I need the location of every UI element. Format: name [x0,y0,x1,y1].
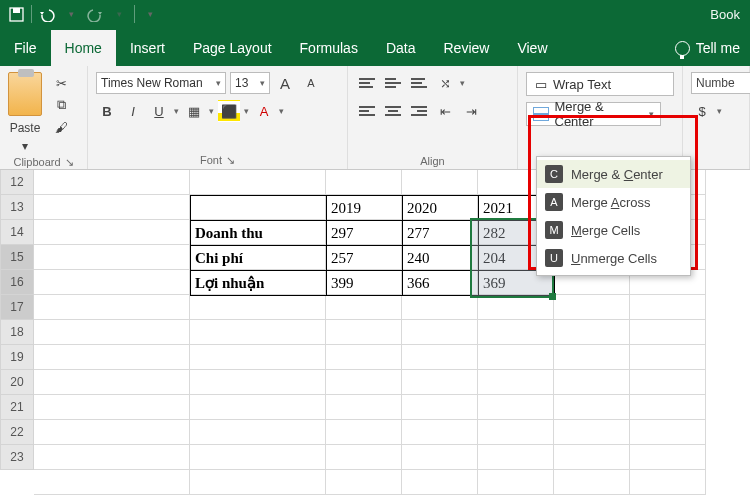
row-header[interactable]: 21 [0,395,34,420]
tab-insert[interactable]: Insert [116,30,179,66]
align-group-label: Align [420,155,444,167]
clipboard-launcher[interactable]: ↘ [65,156,74,169]
menu-unmerge-cells[interactable]: UUnmerge Cells [537,244,690,272]
copy-icon[interactable]: ⧉ [50,94,72,116]
tab-home[interactable]: Home [51,30,116,66]
fill-handle[interactable] [549,293,556,300]
align-top-icon[interactable] [356,72,378,94]
undo-dropdown[interactable]: ▾ [59,2,83,26]
font-size-select[interactable]: 13▾ [230,72,270,94]
cell[interactable]: 2019 [327,196,403,221]
kbd-hint: M [545,221,563,239]
font-group-label: Font [200,154,222,167]
group-number: Numbe $▾ [682,66,750,169]
window-title: Book [710,7,746,22]
orientation-icon[interactable]: ⤭ [434,72,456,94]
row-header[interactable]: 19 [0,345,34,370]
quick-access-toolbar: ▾ ▾ ▾ Book [0,0,750,28]
menu-merge-cells[interactable]: MMerge Cells [537,216,690,244]
cut-icon[interactable]: ✂ [50,72,72,94]
tab-formulas[interactable]: Formulas [286,30,372,66]
fill-color-button[interactable]: ⬛ [218,100,240,122]
qat-customize[interactable]: ▾ [138,2,162,26]
group-font: Times New Roman▾ 13▾ A A B I U▾ ▦▾ ⬛▾ A▾… [88,66,348,169]
grow-font-icon[interactable]: A [274,72,296,94]
redo-dropdown[interactable]: ▾ [107,2,131,26]
row-header[interactable]: 12 [0,170,34,195]
italic-button[interactable]: I [122,100,144,122]
font-name-select[interactable]: Times New Roman▾ [96,72,226,94]
align-middle-icon[interactable] [382,72,404,94]
wrap-text-button[interactable]: ▭ Wrap Text [526,72,674,96]
undo-icon[interactable] [35,2,59,26]
row-header[interactable]: 23 [0,445,34,470]
font-size-value: 13 [235,76,248,90]
merge-center-button[interactable]: Merge & Center ▾ [526,102,661,126]
align-center-icon[interactable] [382,100,404,122]
redo-icon[interactable] [83,2,107,26]
font-name-value: Times New Roman [101,76,203,90]
row-headers: 12 13 14 15 16 17 18 19 20 21 22 23 [0,170,34,470]
cell[interactable]: 366 [403,271,479,296]
border-button[interactable]: ▦ [183,100,205,122]
lightbulb-icon [675,41,690,56]
cell[interactable]: 399 [327,271,403,296]
increase-indent-icon[interactable]: ⇥ [460,100,482,122]
font-color-button[interactable]: A [253,100,275,122]
align-bottom-icon[interactable] [408,72,430,94]
tab-data[interactable]: Data [372,30,430,66]
currency-button[interactable]: $ [691,100,713,122]
format-painter-icon[interactable]: 🖌 [50,116,72,138]
menu-merge-across[interactable]: AMerge Across [537,188,690,216]
font-launcher[interactable]: ↘ [226,154,235,167]
cell[interactable]: 2020 [403,196,479,221]
merge-dropdown-menu: CMerge & Center AMerge Across MMerge Cel… [536,156,691,276]
paste-label: Paste [10,121,41,135]
row-header[interactable]: 22 [0,420,34,445]
tab-review[interactable]: Review [430,30,504,66]
tell-me[interactable]: Tell me [665,30,750,66]
clipboard-label: Clipboard [13,156,60,169]
paste-button[interactable]: Paste▾ [8,72,42,154]
group-clipboard: Paste▾ ✂ ⧉ 🖌 Clipboard↘ [0,66,88,169]
row-header[interactable]: 20 [0,370,34,395]
cell[interactable]: Lợi nhuận [191,271,327,296]
cell[interactable] [191,196,327,221]
ribbon-tabs: File Home Insert Page Layout Formulas Da… [0,28,750,66]
menu-merge-center[interactable]: CMerge & Center [537,160,690,188]
row-header[interactable]: 15 [0,245,34,270]
shrink-font-icon[interactable]: A [300,72,322,94]
row-header[interactable]: 13 [0,195,34,220]
align-right-icon[interactable] [408,100,430,122]
group-alignment: ⤭▾ ⇤ ⇥ Align [348,66,518,169]
wrap-label: Wrap Text [553,77,611,92]
row-header[interactable]: 16 [0,270,34,295]
merge-label: Merge & Center [555,99,644,129]
tab-page-layout[interactable]: Page Layout [179,30,286,66]
wrap-icon: ▭ [535,77,547,92]
tab-view[interactable]: View [503,30,561,66]
kbd-hint: A [545,193,563,211]
row-header[interactable]: 17 [0,295,34,320]
cell[interactable]: 297 [327,221,403,246]
cell[interactable]: Chi phí [191,246,327,271]
align-left-icon[interactable] [356,100,378,122]
cell[interactable]: 257 [327,246,403,271]
cell[interactable]: Doanh thu [191,221,327,246]
bold-button[interactable]: B [96,100,118,122]
paste-icon [8,72,42,116]
kbd-hint: U [545,249,563,267]
merge-icon [533,107,549,121]
number-format-select[interactable]: Numbe [691,72,750,94]
kbd-hint: C [545,165,563,183]
merge-dropdown-arrow[interactable]: ▾ [649,109,654,119]
save-icon[interactable] [4,2,28,26]
cell[interactable]: 277 [403,221,479,246]
cell[interactable]: 240 [403,246,479,271]
tab-file[interactable]: File [0,30,51,66]
number-format-value: Numbe [696,76,735,90]
decrease-indent-icon[interactable]: ⇤ [434,100,456,122]
underline-button[interactable]: U [148,100,170,122]
row-header[interactable]: 18 [0,320,34,345]
row-header[interactable]: 14 [0,220,34,245]
